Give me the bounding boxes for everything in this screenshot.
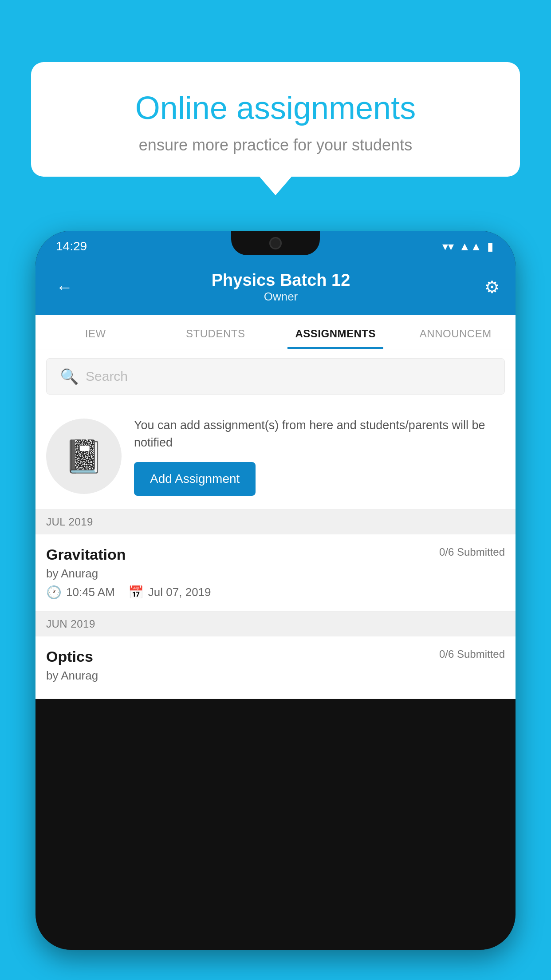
assignment-meta: 🕐 10:45 AM 📅 Jul 07, 2019 [46,585,505,600]
speech-bubble: Online assignments ensure more practice … [31,62,520,177]
assignment-name: Gravitation [46,546,126,563]
header-subtitle: Owner [212,290,350,304]
add-assignment-button[interactable]: Add Assignment [134,462,256,496]
search-placeholder: Search [86,369,128,384]
optics-submitted: 0/6 Submitted [439,648,505,660]
search-bar-container: 🔍 Search [35,349,516,403]
header-center: Physics Batch 12 Owner [212,271,350,304]
calendar-icon: 📅 [128,585,144,600]
tab-iew[interactable]: IEW [35,315,156,349]
meta-time: 🕐 10:45 AM [46,585,115,600]
promo-description: You can add assignment(s) from here and … [134,417,505,451]
assignment-promo: 📓 You can add assignment(s) from here an… [35,403,516,510]
settings-button[interactable]: ⚙ [484,277,500,297]
clock-icon: 🕐 [46,585,62,600]
promo-subtitle: ensure more practice for your students [62,136,489,154]
search-icon: 🔍 [60,368,79,385]
promo-title: Online assignments [62,89,489,127]
wifi-icon: ▾▾ [442,240,454,253]
tab-students[interactable]: STUDENTS [156,315,276,349]
phone-frame: 14:29 ▾▾ ▲▲ ▮ ← Physics Batch 12 Owner ⚙… [35,231,516,950]
phone-content: 🔍 Search 📓 You can add assignment(s) fro… [35,349,516,699]
promo-right: You can add assignment(s) from here and … [134,417,505,496]
assignment-item-optics[interactable]: Optics 0/6 Submitted by Anurag [35,636,516,699]
assignment-by: by Anurag [46,567,505,581]
assignment-icon-circle: 📓 [46,419,122,494]
optics-by: by Anurag [46,669,505,683]
search-bar[interactable]: 🔍 Search [46,358,505,395]
tab-announcements[interactable]: ANNOUNCEM [396,315,516,349]
phone-container: 14:29 ▾▾ ▲▲ ▮ ← Physics Batch 12 Owner ⚙… [35,231,516,980]
back-button[interactable]: ← [51,273,77,301]
front-camera [269,237,282,249]
section-header-jul2019: JUL 2019 [35,510,516,534]
signal-icon: ▲▲ [459,240,482,253]
assignment-row-top-optics: Optics 0/6 Submitted [46,648,505,665]
assignment-time: 10:45 AM [66,585,115,599]
status-icons: ▾▾ ▲▲ ▮ [442,240,493,253]
assignment-row-top: Gravitation 0/6 Submitted [46,546,505,563]
app-header: ← Physics Batch 12 Owner ⚙ [35,262,516,315]
assignment-item-gravitation[interactable]: Gravitation 0/6 Submitted by Anurag 🕐 10… [35,534,516,612]
optics-name: Optics [46,648,93,665]
status-time: 14:29 [51,239,87,253]
tab-assignments[interactable]: ASSIGNMENTS [276,315,396,349]
promo-container: Online assignments ensure more practice … [31,62,520,177]
section-header-jun2019: JUN 2019 [35,612,516,636]
header-title: Physics Batch 12 [212,271,350,290]
phone-notch [231,231,320,255]
meta-date: 📅 Jul 07, 2019 [128,585,211,600]
assignment-date: Jul 07, 2019 [148,585,211,599]
tabs-bar: IEW STUDENTS ASSIGNMENTS ANNOUNCEM [35,315,516,349]
notebook-icon: 📓 [64,438,104,475]
submitted-badge: 0/6 Submitted [439,546,505,558]
battery-icon: ▮ [487,240,493,253]
